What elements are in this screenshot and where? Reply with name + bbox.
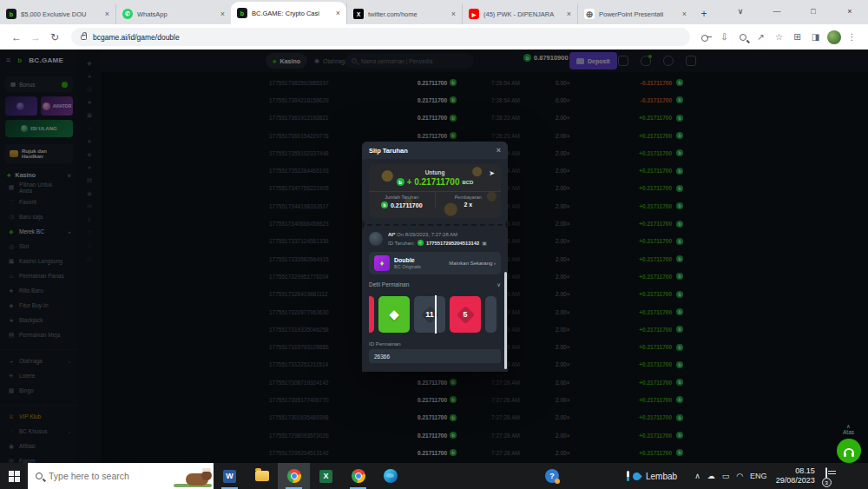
browser-toolbar: ← → ↻ bcgame.ai/id/game/double ⇩ ↗ ☆ ⊞ ◨… (0, 24, 868, 50)
lock-icon (81, 35, 87, 40)
water-drop-icon (631, 471, 642, 482)
maximize-button[interactable]: □ (795, 0, 832, 23)
language-indicator[interactable]: ENG (750, 472, 767, 480)
share-icon[interactable]: ➤ (489, 169, 495, 177)
tab-close-icon[interactable]: × (105, 10, 109, 18)
tab-favicon: ▶ (469, 9, 479, 19)
tab-close-icon[interactable]: × (451, 10, 456, 18)
profit-value: + 0.21711700 (407, 177, 460, 187)
password-key-icon[interactable] (697, 28, 715, 46)
help-icon[interactable]: ? (545, 469, 559, 483)
menu-dots-icon[interactable]: ⋮ (843, 28, 861, 46)
modal-title: Slip Taruhan (369, 147, 408, 155)
game-provider: BC Originals (394, 264, 421, 269)
extensions-icon[interactable]: ⊞ (788, 28, 806, 46)
browser-tab-strip: b $5,000 Exclusive DOU × ✆ WhatsApp × b … (0, 0, 868, 24)
tab-close-icon[interactable]: × (220, 10, 225, 18)
taskbar-excel-icon[interactable]: X (310, 463, 342, 489)
chevron-down-icon: ∨ (496, 281, 501, 288)
user-avatar[interactable] (369, 232, 383, 246)
window-controls: ∨ — □ × (722, 0, 868, 23)
weather-label: Lembab (646, 472, 677, 481)
start-button[interactable] (0, 463, 28, 489)
taskbar-word-icon[interactable]: W (214, 463, 246, 489)
game-row[interactable]: ♦ Double BC Originals Mainkan Sekarang › (369, 252, 501, 274)
diamond-icon: ◆ (389, 307, 399, 322)
profit-label: Untung (369, 169, 501, 175)
result-tile-red-partial (369, 296, 374, 333)
alert-dot (555, 479, 560, 484)
weather-widget[interactable]: Lembab (627, 471, 677, 481)
search-highlight-image[interactable] (174, 468, 212, 487)
copy-icon[interactable]: ▣ (482, 240, 487, 246)
tab-favicon: b (237, 8, 247, 18)
clock[interactable]: 08.15 29/08/2023 (776, 466, 815, 486)
currency-label: BCD (462, 180, 473, 185)
windows-logo-icon (9, 471, 20, 482)
taskbar-chrome-icon[interactable] (342, 463, 374, 489)
browser-tab[interactable]: b BC.GAME: Crypto Casi × (231, 2, 346, 24)
reload-icon[interactable]: ↻ (45, 28, 64, 47)
play-now-link[interactable]: Mainkan Sekarang › (449, 261, 496, 266)
result-tile-5: 5 (450, 296, 481, 333)
tab-close-icon[interactable]: × (567, 10, 571, 18)
share-icon[interactable]: ↗ (752, 28, 770, 46)
new-tab-button[interactable]: + (693, 3, 715, 24)
browser-tab[interactable]: b $5,000 Exclusive DOU × (0, 3, 115, 24)
tray-icon[interactable]: ☁ (707, 472, 715, 480)
tab-title: $5,000 Exclusive DOU (21, 10, 102, 18)
taskbar-chrome-active-icon[interactable] (278, 463, 310, 489)
modal-scrollbar[interactable] (504, 272, 507, 369)
chevron-up-icon: ∧ (843, 423, 854, 429)
tab-favicon: b (6, 9, 16, 19)
tab-title: twitter.com/home (368, 10, 449, 18)
windows-taskbar: W X ? Lembab ∧ ☁▭◠ ENG 08.15 29/08/2023 … (0, 463, 868, 489)
bookmark-star-icon[interactable]: ☆ (770, 28, 788, 46)
taskbar-explorer-icon[interactable] (246, 463, 278, 489)
browser-tab[interactable]: ✆ WhatsApp × (115, 3, 231, 24)
close-icon[interactable]: × (496, 146, 501, 155)
game-name: Double (394, 257, 421, 263)
game-details-toggle[interactable]: Detil Permainan ∨ (369, 281, 501, 288)
tray-icon[interactable]: ◠ (736, 472, 743, 480)
tab-close-icon[interactable]: × (682, 10, 687, 18)
close-button[interactable]: × (832, 0, 868, 23)
side-panel-icon[interactable]: ◨ (806, 28, 825, 46)
game-id-field[interactable]: 26366 (369, 349, 501, 363)
taskbar-edge-icon[interactable] (374, 463, 406, 489)
tab-close-icon[interactable]: × (336, 9, 340, 17)
tray-icon[interactable]: ▭ (722, 472, 730, 480)
back-to-top-button[interactable]: ∧ Atas (843, 423, 854, 435)
forward-icon[interactable]: → (26, 28, 45, 47)
bcd-coin-icon: b (381, 202, 388, 208)
tab-title: BC.GAME: Crypto Casi (252, 10, 333, 17)
taskbar-search-box[interactable] (28, 463, 214, 489)
notification-badge: 3 (822, 478, 832, 487)
browser-tab[interactable]: ▶ (45) PWK - DIPENJARA × (462, 3, 577, 24)
install-icon[interactable]: ⇩ (715, 28, 733, 46)
minimize-button[interactable]: — (759, 0, 795, 23)
tab-search-icon[interactable]: ∨ (722, 0, 759, 23)
search-tabs-icon[interactable] (733, 28, 752, 46)
payout-value: 2 x (464, 202, 472, 208)
address-bar[interactable]: bcgame.ai/id/game/double (71, 28, 690, 46)
result-tile-dark-partial (485, 296, 496, 333)
tray-expand-icon[interactable]: ∧ (694, 472, 700, 480)
username[interactable]: Al* (388, 232, 395, 237)
time-text: 08.15 (776, 466, 815, 476)
taskbar-search-input[interactable] (49, 471, 153, 481)
humidity-bar-icon (627, 471, 629, 481)
result-marker-line (435, 295, 437, 334)
notification-center[interactable]: 3 (825, 468, 827, 484)
back-icon[interactable]: ← (7, 28, 26, 47)
support-chat-button[interactable] (837, 439, 861, 463)
verified-check-icon: ✓ (418, 240, 424, 246)
browser-tab[interactable]: X twitter.com/home × (346, 3, 462, 24)
browser-tab[interactable]: ⊕ PowerPoint Presentati × (577, 3, 693, 24)
double-game-icon: ♦ (374, 255, 390, 271)
system-tray: ∧ ☁▭◠ ENG (694, 472, 766, 480)
profile-avatar[interactable] (825, 28, 843, 46)
screen: b $5,000 Exclusive DOU × ✆ WhatsApp × b … (0, 0, 868, 489)
ticket-perforation (367, 224, 503, 226)
payout-label: Pembayaran (436, 195, 502, 200)
